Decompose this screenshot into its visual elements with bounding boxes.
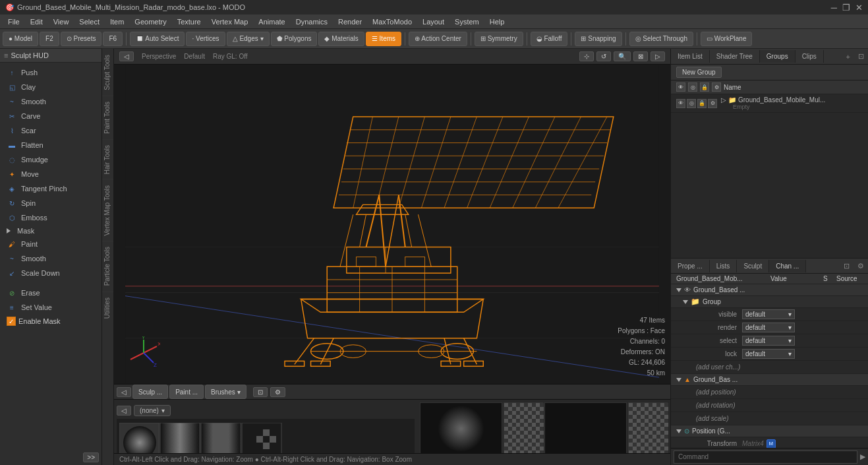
- model-mode-btn[interactable]: ● Model: [3, 32, 38, 46]
- snapping-btn[interactable]: ⊞ Snapping: [575, 32, 622, 46]
- viewport-canvas[interactable]: 47 Items Polygons : Face Channels: 0 Def…: [114, 65, 670, 384]
- tab-groups[interactable]: Groups: [760, 50, 796, 63]
- right-tab-add-icon[interactable]: +: [842, 50, 854, 63]
- scene-item-ground[interactable]: 👁 ◎ 🔒 ⚙ ▷ 📁 Ground_Based_Mobile_Mul... E…: [671, 94, 868, 113]
- viewport-bottom-arrow[interactable]: ◁: [117, 387, 131, 397]
- scene-item-render-icon[interactable]: ◎: [687, 99, 696, 108]
- tab-item-list[interactable]: Item List: [671, 50, 710, 63]
- workplane-btn[interactable]: ▭ WorkPlane: [701, 32, 753, 46]
- tool-scale-down[interactable]: ↙ Scale Down: [0, 266, 101, 280]
- menu-view[interactable]: View: [48, 16, 74, 27]
- tool-erase[interactable]: ⊘ Erase: [0, 286, 101, 300]
- tool-tangent-pinch[interactable]: ◈ Tangent Pinch: [0, 181, 101, 196]
- f6-btn[interactable]: F6: [103, 32, 123, 46]
- scene-item-lock-icon[interactable]: 🔒: [697, 99, 707, 108]
- right-tab-expand-icon[interactable]: ⊡: [854, 49, 868, 63]
- select-through-btn[interactable]: ◎ Select Through: [629, 32, 693, 46]
- side-tab-particle[interactable]: Particle Tools: [102, 241, 113, 291]
- prop-lock-dropdown[interactable]: default ▾: [742, 349, 795, 359]
- brush-gear-btn[interactable]: ⚙: [270, 387, 285, 397]
- props-tab-gear[interactable]: ⚙: [854, 259, 868, 273]
- expand-button[interactable]: >>: [83, 452, 99, 462]
- enable-mask-row[interactable]: ✓ Enable Mask: [0, 315, 101, 328]
- menu-render[interactable]: Render: [333, 16, 367, 27]
- tool-smooth-mask[interactable]: ~ Smooth: [0, 251, 101, 266]
- tool-paint-mask[interactable]: 🖌 Paint: [0, 237, 101, 251]
- f2-btn[interactable]: F2: [40, 32, 59, 46]
- prop-render-dropdown[interactable]: default ▾: [742, 323, 795, 332]
- vp-icon-expand[interactable]: ⊹: [579, 51, 594, 61]
- action-center-btn[interactable]: ⊕ Action Center: [409, 32, 467, 46]
- tool-clay[interactable]: ◱ Clay: [0, 80, 101, 94]
- viewport-left-arrow[interactable]: ◁: [119, 51, 134, 61]
- tool-smooth[interactable]: ~ Smooth: [0, 94, 101, 109]
- prop-transform-matrix-icon[interactable]: M: [767, 439, 776, 449]
- menu-system[interactable]: System: [449, 16, 484, 27]
- paint-tab-btn[interactable]: Paint ...: [169, 385, 204, 399]
- tab-shader-tree[interactable]: Shader Tree: [710, 50, 760, 63]
- vp-icon-arrow[interactable]: ▷: [651, 51, 665, 61]
- prop-add-rotation-label[interactable]: (add rotation): [696, 402, 735, 409]
- tool-push[interactable]: ↑ Push: [0, 65, 101, 80]
- scene-icon-eye[interactable]: 👁: [676, 82, 685, 92]
- scene-icon-render[interactable]: ◎: [688, 82, 697, 92]
- vertices-btn[interactable]: · Vertices: [186, 32, 225, 46]
- maximize-btn[interactable]: ❐: [842, 3, 850, 13]
- side-tab-sculpt[interactable]: Sculpt Tools: [102, 49, 113, 96]
- falloff-btn[interactable]: ◒ Falloff: [531, 32, 568, 46]
- menu-vertexmap[interactable]: Vertex Map: [206, 16, 254, 27]
- tool-carve[interactable]: ✂ Carve: [0, 109, 101, 123]
- prop-visible-dropdown[interactable]: default ▾: [742, 309, 795, 319]
- props-tab-sculpt[interactable]: Sculpt: [737, 260, 769, 272]
- tab-clips[interactable]: Clips: [796, 50, 824, 63]
- tool-spin[interactable]: ↻ Spin: [0, 196, 101, 210]
- brush-none-dropdown[interactable]: (none) ▾: [134, 405, 171, 416]
- tool-set-value[interactable]: ≡ Set Value: [0, 300, 101, 315]
- autoselect-btn[interactable]: 🔲 Auto Select: [130, 32, 185, 46]
- props-tab-expand[interactable]: ⊡: [840, 259, 854, 273]
- menu-dynamics[interactable]: Dynamics: [291, 16, 333, 27]
- side-tab-vertexmap[interactable]: Vertex Map Tools: [102, 179, 113, 241]
- side-tab-hair[interactable]: Hair Tools: [102, 139, 113, 179]
- prop-add-scale-label[interactable]: (add scale): [696, 415, 728, 422]
- prop-select-dropdown[interactable]: default ▾: [742, 336, 795, 346]
- menu-layout[interactable]: Layout: [417, 16, 449, 27]
- symmetry-btn[interactable]: ⊞ Symmetry: [475, 32, 523, 46]
- tool-move[interactable]: ✦ Move: [0, 167, 101, 181]
- presets-btn[interactable]: ⊙ Presets: [61, 32, 102, 46]
- vp-icon-fit[interactable]: ⊠: [633, 51, 648, 61]
- prop-group-position[interactable]: ⊙ Position (G...: [671, 425, 868, 437]
- vp-icon-rotate[interactable]: ↺: [596, 51, 611, 61]
- side-tab-paint[interactable]: Paint Tools: [102, 96, 113, 139]
- tool-flatten[interactable]: ▬ Flatten: [0, 138, 101, 152]
- vp-icon-zoom[interactable]: 🔍: [614, 51, 631, 61]
- prop-group-groundbased[interactable]: 👁 Ground_Based ...: [671, 284, 868, 296]
- brushes-tab-btn[interactable]: Brushes ▾: [205, 385, 246, 399]
- tool-emboss[interactable]: ⬡ Emboss: [0, 210, 101, 225]
- scene-item-gear-icon[interactable]: ⚙: [708, 99, 717, 108]
- scene-item-eye-icon[interactable]: 👁: [676, 99, 685, 108]
- side-tab-utilities[interactable]: Utilities: [102, 292, 113, 324]
- enable-mask-checkbox[interactable]: ✓: [7, 317, 16, 326]
- menu-geometry[interactable]: Geometry: [129, 16, 171, 27]
- menu-item[interactable]: Item: [105, 16, 129, 27]
- menu-select[interactable]: Select: [74, 16, 105, 27]
- brush-expand-btn[interactable]: ⊡: [253, 387, 268, 397]
- materials-btn[interactable]: ◆ Materials: [318, 32, 364, 46]
- menu-help[interactable]: Help: [484, 16, 510, 27]
- menu-maxtomodo[interactable]: MaxToModo: [367, 16, 417, 27]
- command-input[interactable]: [674, 450, 857, 464]
- scene-icon-settings[interactable]: ⚙: [712, 82, 721, 92]
- props-tab-chan[interactable]: Chan ...: [769, 260, 806, 272]
- polygons-btn[interactable]: ⬟ Polygons: [271, 32, 318, 46]
- props-tab-prope[interactable]: Prope ...: [671, 260, 710, 272]
- menu-file[interactable]: File: [3, 16, 25, 27]
- command-run-icon[interactable]: ▶: [860, 452, 865, 461]
- tool-scar[interactable]: ⌇ Scar: [0, 123, 101, 138]
- menu-edit[interactable]: Edit: [25, 16, 48, 27]
- prop-add-position-label[interactable]: (add position): [696, 388, 736, 396]
- minimize-btn[interactable]: ─: [831, 3, 837, 13]
- brush-left-arrow[interactable]: ◁: [117, 406, 131, 416]
- menu-animate[interactable]: Animate: [253, 16, 290, 27]
- prop-group-mesh[interactable]: ▲ Ground_Bas ...: [671, 374, 868, 386]
